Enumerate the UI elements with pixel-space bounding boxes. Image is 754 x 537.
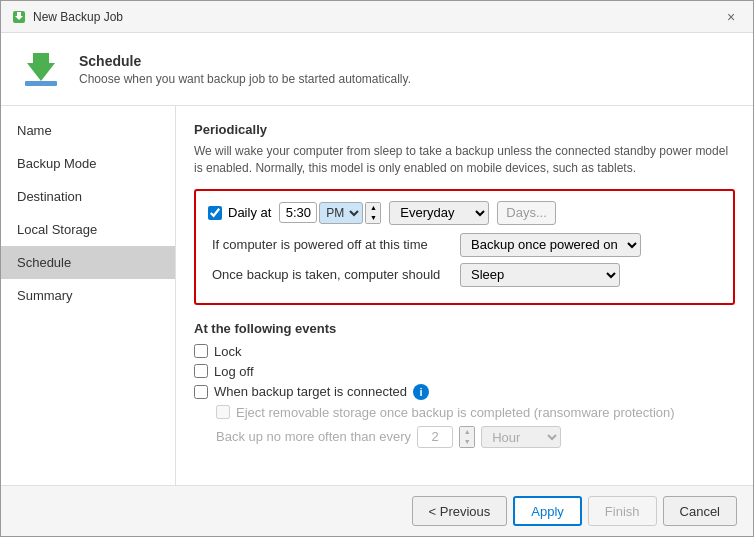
sidebar: Name Backup Mode Destination Local Stora… [1,106,176,485]
events-title: At the following events [194,321,735,336]
after-backup-row: Once backup is taken, computer should Sl… [208,263,721,287]
when-connected-row: When backup target is connected i [194,384,735,400]
sidebar-item-name[interactable]: Name [1,114,175,147]
main-window: New Backup Job × Schedule Choose when yo… [0,0,754,537]
header-icon [17,45,65,93]
svg-rect-4 [33,53,49,63]
svg-marker-3 [27,63,55,81]
backup-freq-row: Back up no more often than every ▲ ▼ Hou… [194,426,735,448]
app-icon [11,9,27,25]
eject-label: Eject removable storage once backup is c… [236,405,675,420]
title-bar-left: New Backup Job [11,9,123,25]
when-connected-label: When backup target is connected [214,384,407,399]
eject-row: Eject removable storage once backup is c… [194,405,735,420]
sidebar-item-summary[interactable]: Summary [1,279,175,312]
daily-checkbox-label[interactable]: Daily at [208,205,271,220]
header-subtitle: Choose when you want backup job to be st… [79,72,411,86]
apply-button[interactable]: Apply [513,496,582,526]
freq-spinner: ▲ ▼ [459,426,475,448]
logoff-checkbox[interactable] [194,364,208,378]
header-text: Schedule Choose when you want backup job… [79,53,411,86]
close-button[interactable]: × [719,5,743,29]
previous-button[interactable]: < Previous [412,496,508,526]
title-bar-text: New Backup Job [33,10,123,24]
periodically-title: Periodically [194,122,735,137]
lock-event-row: Lock [194,344,735,359]
powered-off-row: If computer is powered off at this time … [208,233,721,257]
info-icon[interactable]: i [413,384,429,400]
finish-button: Finish [588,496,657,526]
hour-select: Hour Minute [481,426,561,448]
freq-up-btn: ▲ [460,427,474,437]
daily-checkbox[interactable] [208,206,222,220]
daily-label: Daily at [228,205,271,220]
lock-checkbox[interactable] [194,344,208,358]
sidebar-item-destination[interactable]: Destination [1,180,175,213]
freq-down-btn: ▼ [460,437,474,447]
time-down-btn[interactable]: ▼ [366,213,380,223]
svg-rect-5 [25,81,57,86]
lock-label: Lock [214,344,241,359]
sidebar-item-local-storage[interactable]: Local Storage [1,213,175,246]
header: Schedule Choose when you want backup job… [1,33,753,106]
logoff-label: Log off [214,364,254,379]
cancel-button[interactable]: Cancel [663,496,737,526]
time-up-btn[interactable]: ▲ [366,203,380,213]
powered-off-label: If computer is powered off at this time [212,237,452,252]
ampm-select[interactable]: PM AM [319,202,363,224]
time-input-group: PM AM ▲ ▼ [279,202,381,224]
main-content: Periodically We will wake your computer … [176,106,753,485]
logoff-event-row: Log off [194,364,735,379]
title-bar: New Backup Job × [1,1,753,33]
after-backup-select[interactable]: Sleep Hibernate Shut down Do nothing [460,263,620,287]
svg-rect-2 [17,12,21,16]
content-area: Name Backup Mode Destination Local Stora… [1,106,753,485]
periodically-info: We will wake your computer from sleep to… [194,143,735,177]
days-button[interactable]: Days... [497,201,555,225]
events-section: At the following events Lock Log off Whe… [194,321,735,448]
eject-checkbox [216,405,230,419]
when-connected-checkbox[interactable] [194,385,208,399]
schedule-icon [19,47,63,91]
header-title: Schedule [79,53,411,69]
frequency-select[interactable]: Everyday Weekdays Weekends [389,201,489,225]
schedule-box: Daily at PM AM ▲ ▼ Ever [194,189,735,305]
time-spinner[interactable]: ▲ ▼ [365,202,381,224]
time-input[interactable] [279,202,317,223]
daily-row: Daily at PM AM ▲ ▼ Ever [208,201,721,225]
sidebar-item-schedule[interactable]: Schedule [1,246,175,279]
after-backup-label: Once backup is taken, computer should [212,267,452,282]
freq-value-input [417,426,453,448]
sidebar-item-backup-mode[interactable]: Backup Mode [1,147,175,180]
powered-off-select[interactable]: Backup once powered on Skip backup [460,233,641,257]
backup-freq-label: Back up no more often than every [216,429,411,444]
footer: < Previous Apply Finish Cancel [1,485,753,536]
